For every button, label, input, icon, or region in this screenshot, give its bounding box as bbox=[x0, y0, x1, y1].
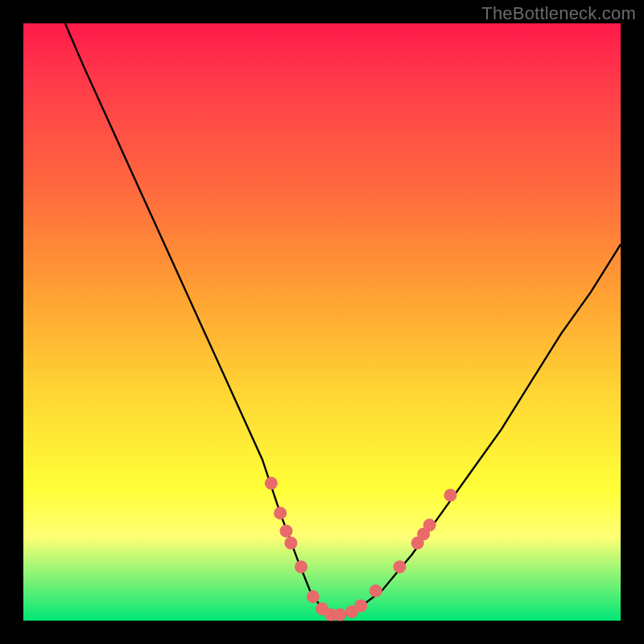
curve-marker bbox=[444, 489, 457, 502]
attribution-text: TheBottleneck.com bbox=[481, 3, 636, 24]
curve-marker bbox=[369, 584, 382, 597]
curve-marker bbox=[280, 525, 293, 538]
chart-svg bbox=[23, 23, 621, 621]
curve-marker bbox=[394, 560, 407, 573]
chart-plot-area bbox=[23, 23, 621, 621]
curve-marker bbox=[354, 600, 367, 613]
curve-marker bbox=[274, 506, 287, 519]
curve-marker bbox=[295, 560, 308, 573]
curve-marker bbox=[423, 518, 436, 531]
curve-marker bbox=[284, 537, 297, 550]
bottleneck-curve bbox=[65, 23, 621, 615]
curve-marker bbox=[307, 590, 320, 603]
curve-marker bbox=[265, 477, 278, 489]
curve-marker bbox=[333, 609, 346, 621]
